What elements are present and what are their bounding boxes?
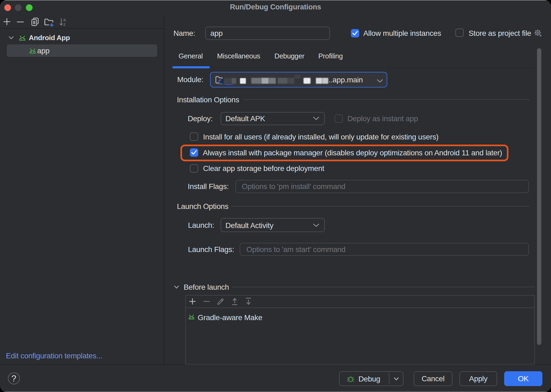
svg-text:z: z	[63, 22, 66, 27]
